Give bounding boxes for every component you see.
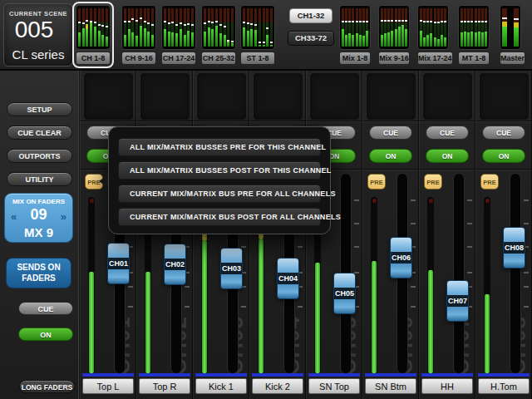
on-button[interactable]: ON — [369, 149, 412, 163]
fader-track[interactable] — [453, 173, 465, 374]
meter-peak-mark — [98, 24, 101, 26]
meter-block-st-1-8[interactable]: ST 1-8 — [237, 2, 278, 68]
channel-color-bar — [365, 373, 416, 377]
fader-tick — [524, 223, 529, 224]
channel-name-label[interactable]: HH — [421, 378, 473, 394]
fader-handle[interactable]: CH03 — [220, 248, 243, 289]
meter-block-mix-17-24[interactable]: Mix 17-24 — [414, 2, 456, 68]
fader-handle[interactable]: CH01 — [107, 243, 130, 284]
meter-peak-mark — [204, 22, 206, 24]
on-button[interactable]: ON — [482, 149, 525, 163]
meter-bar — [180, 8, 182, 47]
popup-item-3[interactable]: CURRENT MIX/MATRIX BUS PRE FOR ALL CHANN… — [118, 185, 321, 203]
cue-button[interactable]: CUE — [426, 126, 469, 140]
meter-bar-fill — [144, 28, 146, 47]
meter-block-label[interactable]: CH 25-32 — [201, 52, 236, 65]
channel-display-panel[interactable] — [366, 72, 416, 121]
meter-block-mix-9-16[interactable]: Mix 9-16 — [375, 2, 413, 68]
meter-peak-mark — [467, 21, 470, 22]
meter-block-label[interactable]: Mix 17-24 — [417, 52, 453, 65]
sidebar-cue-button[interactable]: CUE — [18, 302, 73, 315]
meter-bar-fill — [270, 45, 273, 47]
meter-bar-fill — [94, 27, 96, 47]
sidebar-button-cue-clear[interactable]: CUE CLEAR — [7, 126, 72, 140]
sidebar-button-setup[interactable]: SETUP — [7, 102, 72, 116]
pre-badge[interactable]: PRE — [424, 174, 442, 190]
fader-handle[interactable]: CH06 — [390, 237, 412, 278]
fader-handle[interactable]: CH07 — [446, 280, 469, 322]
popup-item-2[interactable]: ALL MIX/MATRIX BUSSES POST FOR THIS CHAN… — [118, 161, 321, 180]
channel-display-panel[interactable] — [309, 72, 360, 121]
channel-name-label[interactable]: SN Btm — [365, 378, 416, 394]
channel-name-label[interactable]: H.Tom — [478, 378, 530, 394]
meter-bar — [405, 8, 407, 47]
meter-block-label[interactable]: Master — [500, 52, 525, 65]
next-mix-chevron-icon[interactable]: » — [61, 210, 66, 223]
meter-bar — [434, 8, 436, 47]
meter-block-mix-1-8[interactable]: Mix 1-8 — [336, 2, 374, 68]
meter-bar-fill — [467, 32, 470, 47]
mix-on-faders-panel[interactable]: MIX ON FADERS « 09 » MX 9 — [4, 193, 73, 243]
channel-display-panel[interactable] — [422, 72, 473, 121]
meter-block-label[interactable]: Mix 9-16 — [378, 52, 410, 65]
channel-name-label[interactable]: SN Top — [308, 378, 360, 394]
channel-display-panel[interactable] — [253, 72, 303, 121]
fader-handle-label: CH04 — [278, 273, 298, 284]
meter-block-label[interactable]: MT 1-8 — [458, 52, 490, 65]
sidebar-on-button[interactable]: ON — [18, 328, 73, 341]
fader-track[interactable] — [510, 173, 521, 374]
channel-name-label[interactable]: Top R — [139, 378, 190, 394]
fader-handle[interactable]: CH02 — [164, 244, 186, 285]
sends-on-faders-button[interactable]: SENDS ON FADERS — [6, 258, 71, 288]
meter-block-label[interactable]: CH 17-24 — [161, 52, 196, 65]
meter-peak-mark — [387, 20, 390, 22]
long-faders-button[interactable]: LONG FADERS — [19, 380, 75, 393]
on-button[interactable]: ON — [426, 149, 469, 163]
divider — [307, 121, 362, 121]
cue-button[interactable]: CUE — [369, 126, 412, 140]
meter-peak-mark — [106, 26, 108, 27]
popup-item-4[interactable]: CURRENT MIX/MATRIX BUS POST FOR ALL CHAN… — [118, 208, 321, 226]
meter-bar — [98, 8, 101, 47]
meter-block-label[interactable]: Mix 1-8 — [339, 52, 371, 65]
fader-tick — [411, 306, 416, 308]
bank-ch1-32-button[interactable]: CH1-32 — [289, 8, 332, 23]
current-scene-panel[interactable]: CURRENT SCENE 005 CL series — [3, 3, 73, 66]
meter-bar-fill — [259, 45, 261, 47]
popup-item-1[interactable]: ALL MIX/MATRIX BUSSES PRE FOR THIS CHANN… — [118, 138, 321, 156]
meter-bar-fill — [243, 27, 245, 47]
channel-name-label[interactable]: Kick 1 — [195, 378, 247, 394]
meter-peak-mark — [101, 25, 104, 27]
meter-block-ch-1-8[interactable]: CH 1-8 — [72, 2, 114, 68]
sidebar-button-utility[interactable]: UTILITY — [7, 172, 72, 186]
meter-block-ch-25-32[interactable]: CH 25-32 — [198, 2, 239, 68]
fader-handle[interactable]: CH08 — [503, 227, 525, 268]
meter-block-master[interactable]: Master — [496, 2, 529, 68]
fader-handle[interactable]: CH05 — [333, 273, 356, 314]
meter-block-ch-17-24[interactable]: CH 17-24 — [158, 2, 200, 68]
channel-name-label[interactable]: Top L — [82, 378, 134, 394]
meter-bar-fill — [204, 32, 206, 47]
channel-display-panel[interactable] — [479, 72, 530, 121]
channel-display-panel[interactable] — [196, 72, 247, 121]
fader-handle[interactable]: CH04 — [277, 258, 299, 299]
channel-color-bar — [421, 373, 473, 377]
meter-block-label[interactable]: CH 9-16 — [121, 52, 156, 65]
channel-display-panel[interactable] — [140, 72, 190, 121]
pre-post-popup-menu: ALL MIX/MATRIX BUSSES PRE FOR THIS CHANN… — [108, 126, 331, 234]
meter-block-label[interactable]: ST 1-8 — [240, 52, 275, 65]
sidebar-button-outports[interactable]: OUTPORTS — [7, 149, 72, 163]
meter-block-mt-1-8[interactable]: MT 1-8 — [455, 2, 493, 68]
channel-display-panel[interactable] — [83, 72, 134, 121]
meter-bar-fill — [401, 25, 404, 47]
channel-name-label[interactable]: Kick 2 — [252, 378, 303, 394]
cue-button[interactable]: CUE — [482, 126, 525, 140]
meter-block-ch-9-16[interactable]: CH 9-16 — [118, 2, 160, 68]
meter-bar — [128, 8, 131, 47]
meter-peak-mark — [247, 22, 249, 24]
meter-block-label[interactable]: CH 1-8 — [76, 52, 111, 65]
pre-badge[interactable]: PRE — [367, 174, 386, 190]
pre-badge[interactable]: PRE — [480, 174, 499, 190]
bank-ch33-72-button[interactable]: CH33-72 — [288, 31, 334, 46]
meter-bar — [475, 8, 477, 47]
